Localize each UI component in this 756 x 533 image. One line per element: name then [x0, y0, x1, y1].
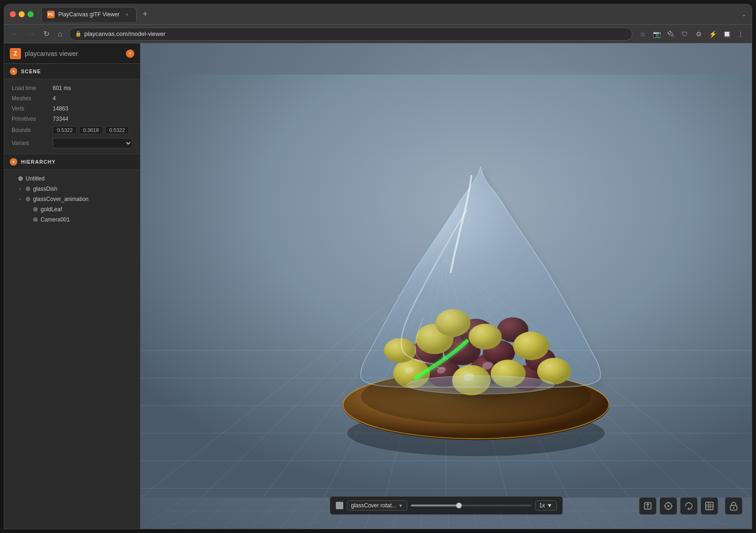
load-time-value: 601 ms — [53, 85, 71, 91]
main-content: Z PLAYCANVAS viewer × ● SCENE Load time … — [4, 43, 752, 529]
tree-label-goldleaf: goldLeaf — [41, 206, 62, 213]
animation-name-text: glassCover rotat... — [351, 502, 396, 509]
tab-bar: PC PlayCanvas glTF Viewer × + ⌄ — [41, 7, 746, 22]
svg-point-58 — [733, 507, 735, 509]
verts-value: 14863 — [53, 105, 68, 112]
close-window-button[interactable] — [10, 11, 16, 17]
tree-item-camera001[interactable]: Camera001 — [4, 215, 140, 225]
scene-svg — [140, 43, 752, 529]
toggle-rotate-icon — [684, 501, 694, 511]
forward-button[interactable]: → — [26, 28, 37, 40]
scene-section-header: ● SCENE — [4, 64, 140, 79]
reset-pose-button[interactable] — [639, 497, 657, 515]
hierarchy-section-title: HIERARCHY — [21, 159, 55, 165]
animation-bar: glassCover rotat... ▼ 1x ▼ — [330, 496, 563, 515]
lock-icon: 🔒 — [75, 31, 82, 37]
toggle-wireframe-icon — [705, 501, 714, 511]
scene-info: Load time 601 ms Meshes 4 Verts 14863 Pr… — [4, 79, 140, 154]
variant-label: Variant — [12, 140, 49, 146]
meshes-label: Meshes — [12, 95, 49, 102]
new-tab-button[interactable]: + — [139, 8, 152, 21]
home-button[interactable]: ⌂ — [56, 28, 64, 40]
bounds-values — [53, 126, 129, 134]
center-model-button[interactable] — [659, 497, 677, 515]
variant-select[interactable] — [53, 138, 132, 148]
tab-favicon-icon: PC — [47, 11, 55, 18]
verts-row: Verts 14863 — [4, 104, 140, 114]
tree-item-glass-dish[interactable]: + glassDish — [4, 184, 140, 194]
svg-point-47 — [667, 505, 669, 507]
animation-name-selector[interactable]: glassCover rotat... ▼ — [347, 500, 407, 511]
playcanvas-logo-icon: Z — [10, 48, 21, 59]
bounds-row: Bounds — [4, 124, 140, 136]
animation-thumb[interactable] — [456, 503, 462, 508]
extension3-icon[interactable]: ⚙ — [693, 28, 704, 40]
svg-point-44 — [407, 376, 554, 394]
extension4-icon[interactable]: ⚡ — [707, 28, 718, 40]
reset-pose-icon — [643, 501, 652, 511]
load-time-row: Load time 601 ms — [4, 83, 140, 93]
minimize-window-button[interactable] — [19, 11, 25, 17]
bookmark-icon[interactable]: ☆ — [637, 28, 648, 40]
node-dot-glasscover — [26, 197, 30, 201]
animation-speed-text: 1x — [539, 502, 545, 509]
traffic-lights — [10, 11, 34, 17]
bounds-x-input[interactable] — [53, 126, 77, 134]
primitives-row: Primitives 73344 — [4, 114, 140, 124]
toggle-wireframe-button[interactable] — [701, 497, 718, 515]
browser-frame: PC PlayCanvas glTF Viewer × + ⌄ ← → ↻ ⌂ … — [4, 4, 752, 529]
browser-actions: ☆ 📷 🔌 🛡 ⚙ ⚡ 🔲 ⋮ — [637, 28, 746, 40]
more-options-icon[interactable]: ⋮ — [735, 28, 746, 40]
viewport[interactable]: glassCover rotat... ▼ 1x ▼ — [140, 43, 752, 529]
browser-tab[interactable]: PC PlayCanvas glTF Viewer × — [41, 7, 137, 22]
bounds-y-input[interactable] — [79, 126, 103, 134]
maximize-window-button[interactable] — [28, 11, 34, 17]
extension5-icon[interactable]: 🔲 — [721, 28, 732, 40]
sidebar-close-button[interactable]: × — [126, 49, 134, 58]
animation-stop-button[interactable] — [336, 502, 343, 509]
viewport-actions — [639, 497, 742, 515]
tree-item-untitled[interactable]: Untitled — [4, 173, 140, 184]
title-bar: PC PlayCanvas glTF Viewer × + ⌄ — [4, 4, 752, 25]
hierarchy-section-header: ● HIERARCHY — [4, 154, 140, 170]
animation-scrubber[interactable] — [411, 505, 531, 506]
url-bar[interactable]: 🔒 playcanvas.com/model-viewer — [69, 28, 632, 41]
hierarchy-section: ● HIERARCHY Untitled + glass — [4, 154, 140, 529]
lock-camera-button[interactable] — [725, 497, 742, 515]
expand-icon-camera001 — [25, 217, 30, 222]
node-dot-glassdish — [26, 187, 30, 191]
tree-label-camera001: Camera001 — [41, 216, 70, 223]
animation-speed-dropdown-icon: ▼ — [547, 502, 553, 509]
address-bar: ← → ↻ ⌂ 🔒 playcanvas.com/model-viewer ☆ … — [4, 25, 752, 43]
screenshot-icon[interactable]: 📷 — [651, 28, 662, 40]
tree-label-glassdish: glassDish — [33, 186, 57, 192]
node-dot-goldleaf — [33, 207, 38, 212]
expand-icon-goldleaf — [25, 207, 30, 212]
hierarchy-section-icon: ● — [10, 158, 17, 166]
primitives-label: Primitives — [12, 116, 49, 122]
animation-speed-selector[interactable]: 1x ▼ — [535, 500, 557, 511]
scene-section-icon: ● — [10, 68, 17, 75]
tab-close-button[interactable]: × — [123, 11, 131, 18]
extension2-icon[interactable]: 🛡 — [679, 28, 690, 40]
brand-title: PLAYCANVAS viewer — [25, 50, 78, 57]
extension1-icon[interactable]: 🔌 — [665, 28, 676, 40]
verts-label: Verts — [12, 105, 49, 112]
tab-title: PlayCanvas glTF Viewer — [58, 11, 119, 18]
tree-item-goldleaf[interactable]: goldLeaf — [4, 204, 140, 215]
variant-row: Variant — [4, 136, 140, 150]
reload-button[interactable]: ↻ — [42, 28, 51, 40]
expand-icon-glasscover: + — [17, 196, 23, 202]
back-button[interactable]: ← — [10, 28, 21, 40]
scene-section-title: SCENE — [21, 69, 41, 74]
bounds-label: Bounds — [12, 127, 49, 133]
toggle-rotate-button[interactable] — [680, 497, 698, 515]
bounds-z-input[interactable] — [105, 126, 129, 134]
meshes-value: 4 — [53, 95, 56, 102]
tree-item-glass-cover[interactable]: + glassCover_animation — [4, 194, 140, 204]
tree-label-glasscover: glassCover_animation — [33, 196, 89, 202]
center-model-icon — [664, 501, 673, 511]
tree-label-untitled: Untitled — [26, 175, 45, 182]
animation-progress — [411, 505, 459, 506]
node-dot-untitled — [18, 176, 23, 181]
